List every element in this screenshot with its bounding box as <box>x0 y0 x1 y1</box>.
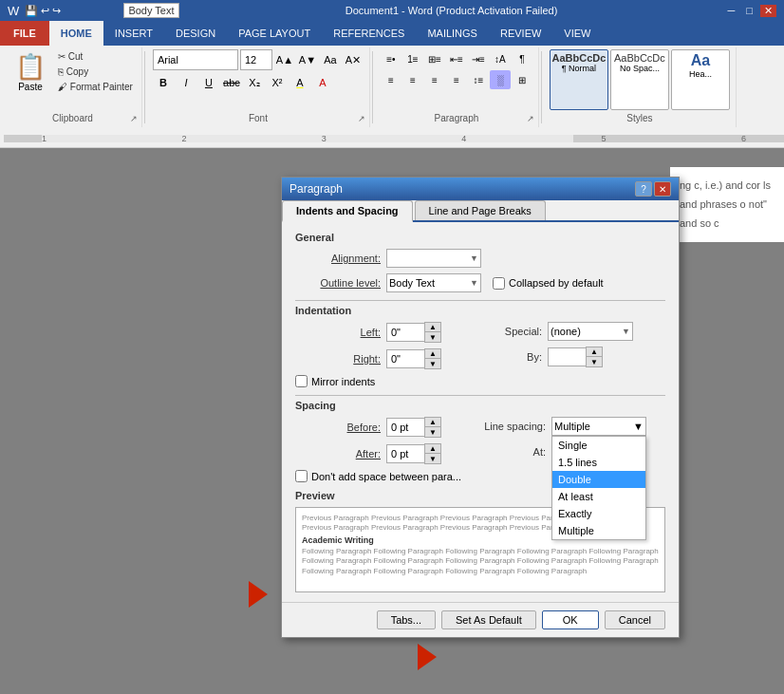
divider1 <box>144 51 145 123</box>
after-up[interactable]: ▲ <box>425 444 440 454</box>
underline-button[interactable]: U <box>198 72 219 93</box>
align-center-button[interactable]: ≡ <box>402 70 423 89</box>
shading-button[interactable]: ░ <box>490 70 511 89</box>
copy-icon: ⎘ <box>58 66 64 77</box>
style-heading1[interactable]: Aa Hea... <box>671 49 730 110</box>
sort-button[interactable]: ↕A <box>490 49 511 68</box>
line-spacing-select[interactable]: Multiple ▼ <box>551 417 646 436</box>
mirror-row: Mirror indents <box>295 375 665 387</box>
option-at-least[interactable]: At least <box>552 488 645 505</box>
outline-level-select[interactable]: Body Text ▼ <box>386 273 481 292</box>
cut-button[interactable]: ✂ Cut <box>55 49 136 64</box>
clipboard-group: 📋 Paste ✂ Cut ⎘ Copy 🖌 Format Painter ↗ … <box>4 47 142 127</box>
indent-left-down[interactable]: ▼ <box>425 332 440 342</box>
tab-review[interactable]: REVIEW <box>489 21 552 46</box>
by-input[interactable] <box>548 347 586 366</box>
option-1-5-lines[interactable]: 1.5 lines <box>552 454 645 471</box>
option-single[interactable]: Single <box>552 437 645 454</box>
after-input[interactable] <box>386 444 424 463</box>
before-spinbtns: ▲ ▼ <box>424 417 441 438</box>
option-exactly[interactable]: Exactly <box>552 505 645 522</box>
option-double[interactable]: Double <box>552 471 645 488</box>
change-case-button[interactable]: Aa <box>320 49 341 70</box>
alignment-select[interactable]: ▼ <box>386 249 481 268</box>
font-color-button[interactable]: A <box>312 72 333 93</box>
before-down[interactable]: ▼ <box>425 427 440 437</box>
window-controls[interactable]: ─ □ ✕ <box>724 5 776 17</box>
document-area[interactable]: ng c, i.e.) and cor ls and phrases o not… <box>0 148 784 694</box>
tab-line-page-breaks[interactable]: Line and Page Breaks <box>415 200 546 220</box>
paste-button[interactable]: 📋 Paste <box>9 49 51 95</box>
text-highlight-button[interactable]: A <box>289 72 310 93</box>
tab-home[interactable]: HOME <box>49 21 103 46</box>
increase-indent-button[interactable]: ⇥≡ <box>468 49 489 68</box>
before-input[interactable] <box>386 418 424 437</box>
style-normal-preview: AaBbCcDc <box>552 52 607 64</box>
line-spacing-dropdown[interactable]: Multiple ▼ Single 1.5 lines Double At le… <box>551 417 646 436</box>
quick-access[interactable]: 💾 ↩ ↪ <box>25 5 61 17</box>
decrease-font-button[interactable]: A▼ <box>297 49 318 70</box>
dialog-close-button[interactable]: ✕ <box>654 181 671 197</box>
multilevel-button[interactable]: ⊞≡ <box>424 49 445 68</box>
option-multiple[interactable]: Multiple <box>552 522 645 539</box>
paste-icon: 📋 <box>15 52 46 82</box>
font-selector-display[interactable]: Body Text <box>123 3 178 18</box>
strikethrough-button[interactable]: abc <box>221 72 242 93</box>
tab-view[interactable]: VIEW <box>552 21 602 46</box>
bold-button[interactable]: B <box>153 72 174 93</box>
tab-insert[interactable]: INSERT <box>103 21 164 46</box>
ribbon-content: 📋 Paste ✂ Cut ⎘ Copy 🖌 Format Painter ↗ … <box>0 46 784 129</box>
borders-button[interactable]: ⊞ <box>512 70 532 89</box>
paragraph-dialog: Paragraph ? ✕ Indents and Spacing Line a… <box>281 177 680 638</box>
special-value: (none) <box>551 326 581 337</box>
ok-button[interactable]: OK <box>542 610 599 629</box>
divider3 <box>541 51 542 123</box>
italic-button[interactable]: I <box>176 72 196 93</box>
copy-button[interactable]: ⎘ Copy <box>55 65 136 79</box>
font-name-input[interactable] <box>153 49 238 70</box>
align-right-button[interactable]: ≡ <box>424 70 445 89</box>
mirror-checkbox[interactable] <box>295 375 308 387</box>
clear-formatting-button[interactable]: A✕ <box>343 49 364 70</box>
indent-left-input[interactable] <box>386 323 424 342</box>
bullets-button[interactable]: ≡• <box>381 49 401 68</box>
tab-page-layout[interactable]: PAGE LAYOUT <box>227 21 322 46</box>
dialog-help-button[interactable]: ? <box>635 181 652 197</box>
indent-right-input[interactable] <box>386 349 424 368</box>
superscript-button[interactable]: X² <box>267 72 288 93</box>
tabs-button[interactable]: Tabs... <box>377 610 436 629</box>
dialog-titlebar-buttons: ? ✕ <box>635 181 671 197</box>
by-spinbtns: ▲ ▼ <box>586 347 603 367</box>
tab-indents-spacing[interactable]: Indents and Spacing <box>282 200 413 222</box>
cancel-button[interactable]: Cancel <box>605 610 665 629</box>
align-left-button[interactable]: ≡ <box>381 70 401 89</box>
increase-font-button[interactable]: A▲ <box>274 49 295 70</box>
special-select[interactable]: (none) ▼ <box>548 322 633 341</box>
indent-right-down[interactable]: ▼ <box>425 359 440 368</box>
show-formatting-button[interactable]: ¶ <box>512 49 532 68</box>
style-no-spacing[interactable]: AaBbCcDc No Spac... <box>610 49 669 110</box>
tab-references[interactable]: REFERENCES <box>322 21 416 46</box>
line-spacing-button[interactable]: ↕≡ <box>468 70 489 89</box>
font-row1: A▲ A▼ Aa A✕ <box>153 49 364 70</box>
tab-mailings[interactable]: MAILINGS <box>416 21 489 46</box>
numbering-button[interactable]: 1≡ <box>402 49 423 68</box>
before-up[interactable]: ▲ <box>425 418 440 427</box>
decrease-indent-button[interactable]: ⇤≡ <box>446 49 467 68</box>
alignment-label: Alignment: <box>295 253 381 264</box>
style-normal[interactable]: AaBbCcDc ¶ Normal <box>550 49 608 110</box>
subscript-button[interactable]: X₂ <box>244 72 265 93</box>
font-size-input[interactable] <box>240 49 272 70</box>
indent-left-up[interactable]: ▲ <box>425 323 440 332</box>
dont-add-checkbox[interactable] <box>295 470 308 482</box>
indent-right-up[interactable]: ▲ <box>425 349 440 359</box>
by-down[interactable]: ▼ <box>587 357 602 366</box>
tab-design[interactable]: DESIGN <box>164 21 227 46</box>
after-down[interactable]: ▼ <box>425 454 440 463</box>
format-painter-button[interactable]: 🖌 Format Painter <box>55 80 136 94</box>
by-up[interactable]: ▲ <box>587 347 602 357</box>
tab-file[interactable]: FILE <box>0 21 49 46</box>
justify-button[interactable]: ≡ <box>446 70 467 89</box>
collapsed-checkbox[interactable] <box>493 277 505 290</box>
set-as-default-button[interactable]: Set As Default <box>441 610 536 629</box>
